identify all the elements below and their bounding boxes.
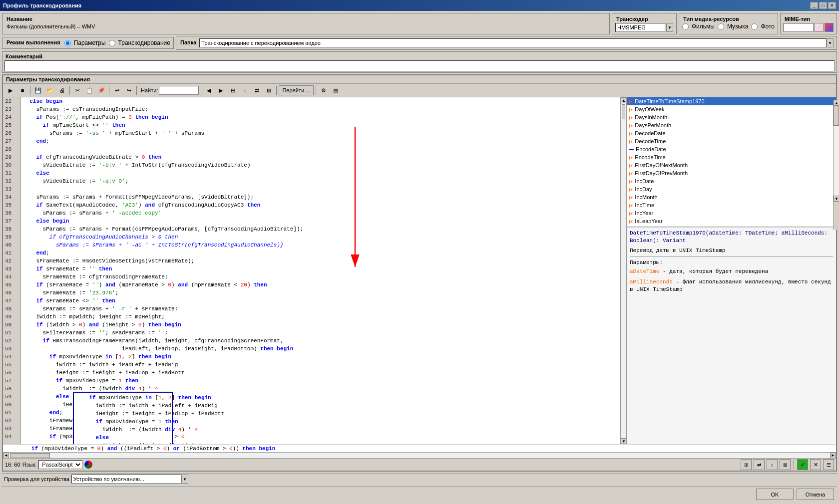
close-button[interactable]: ✕ [828, 2, 836, 9]
function-item-incmonth[interactable]: fx IncMonth [627, 193, 836, 201]
function-item-incday[interactable]: fx IncDay [627, 185, 836, 193]
function-item-firstdayprevmonth[interactable]: fx FirstDayOfPrevMonth [627, 169, 836, 177]
mime-input[interactable] [784, 23, 814, 32]
window-controls: _ □ ✕ [810, 2, 836, 9]
search-prev-button[interactable]: ◀ [203, 85, 214, 96]
search-btn2[interactable]: ⊞ [227, 85, 238, 96]
status-btn3[interactable]: ↕ [767, 459, 778, 470]
status-btn4[interactable]: ⊠ [780, 459, 791, 470]
device-row: Проверка для устройства ▼ [2, 473, 837, 485]
code-line-56: iHeight := iHeight + iPadTop + iPadBott [23, 369, 618, 377]
device-label: Проверка для устройства [4, 476, 69, 482]
desc-text: Перевод даты в UNIX TimeStamp [630, 247, 833, 254]
function-item-dayofweek[interactable]: fx DayOfWeek [627, 105, 836, 113]
fx-icon: fx [629, 123, 633, 128]
folder-dropdown-arrow[interactable]: ▼ [827, 38, 834, 47]
search-next-button[interactable]: ▶ [215, 85, 226, 96]
copy-button[interactable]: 📋 [84, 85, 95, 96]
status-btn1[interactable]: ⊞ [741, 459, 752, 470]
function-item-firstdaynextmonth[interactable]: fx FirstDayOfNextMonth [627, 161, 836, 169]
code-line-54: if mp3DVideoType in [1, 2] then begin [23, 353, 618, 361]
search-btn5[interactable]: ⊠ [263, 85, 274, 96]
search-btn4[interactable]: ⇄ [251, 85, 262, 96]
function-name: IncDate [635, 178, 654, 184]
function-item-inctime[interactable]: fx IncTime [627, 201, 836, 209]
bottom-code-line: if (mp3DVideoType = 0) and ((iPadLeft > … [3, 444, 836, 452]
goto-button[interactable]: Перейти ... [279, 85, 314, 95]
hscroll-bar[interactable]: ◄ ► [3, 452, 836, 458]
hscroll-right[interactable]: ► [830, 453, 836, 459]
function-item-isleapyear[interactable]: fx IsLeapYear [627, 217, 836, 225]
scroll-thumb[interactable] [622, 104, 625, 119]
media-music-radio[interactable] [718, 23, 724, 30]
check-cancel-btn[interactable]: ✕ [810, 459, 821, 470]
code-panel[interactable]: 22 23 24 25 26 27 28 29 30 31 32 33 34 3… [3, 97, 626, 444]
function-name: IncDay [635, 186, 652, 192]
run-button[interactable]: ▶ [5, 85, 16, 96]
mime-color-button[interactable] [815, 23, 824, 32]
function-list[interactable]: fx DateTimeToTimeStamp1970 fx DayOfWeek … [627, 97, 836, 227]
comment-label: Комментарий [4, 53, 43, 59]
function-item-decodedate[interactable]: fx DecodeDate [627, 129, 836, 137]
check-ok-btn[interactable]: ✓ [797, 459, 808, 470]
hscroll-left[interactable]: ◄ [3, 453, 9, 459]
undo-button[interactable]: ↩ [111, 85, 122, 96]
lang-select[interactable]: PascalScript [38, 460, 82, 469]
fx-icon: fx [629, 99, 633, 104]
sep6 [276, 86, 277, 95]
function-item-datetime[interactable]: fx DateTimeToTimeStamp1970 [627, 97, 836, 105]
device-input[interactable] [71, 475, 181, 484]
mime-color2-button[interactable] [825, 23, 834, 32]
minimize-button[interactable]: _ [810, 2, 818, 9]
function-item-encodetime[interactable]: fx EncodeTime [627, 153, 836, 161]
cancel-button[interactable]: Отмена [797, 489, 834, 500]
mode-transcode-radio[interactable] [109, 40, 115, 46]
mode-params-radio[interactable] [64, 40, 71, 46]
function-item-dayspermonth[interactable]: fx DaysPerMonth [627, 121, 836, 129]
func-list-scrollbar[interactable]: ▲ ▼ [833, 100, 836, 230]
function-item-decodetime[interactable]: fx DecodeTime [627, 137, 836, 145]
folder-input[interactable] [199, 38, 827, 47]
print-button[interactable]: 🖨 [56, 85, 67, 96]
device-dropdown-arrow[interactable]: ▼ [181, 475, 188, 484]
function-item-daysinmonth[interactable]: fx DaysInMonth [627, 113, 836, 121]
status-btn2[interactable]: ⇄ [754, 459, 765, 470]
hscroll-thumb[interactable] [10, 453, 50, 458]
open-button[interactable]: 📂 [44, 85, 55, 96]
scroll-down-btn[interactable]: ▼ [621, 438, 626, 444]
function-item-encodedate[interactable]: — EncodeDate [627, 145, 836, 153]
transcoder-input[interactable] [615, 23, 665, 32]
fx-icon: fx [629, 139, 633, 144]
save-button[interactable]: 💾 [32, 85, 43, 96]
code-line-42: sFrameRate := HmsGetVideoSettings(vstFra… [23, 257, 618, 265]
search-btn3[interactable]: ↕ [239, 85, 250, 96]
paste-button[interactable]: 📌 [96, 85, 107, 96]
config-button[interactable]: ⚙ [318, 85, 329, 96]
fx-icon: fx [629, 163, 633, 168]
status-btn5[interactable]: ☰ [823, 459, 834, 470]
redo-button[interactable]: ↪ [123, 85, 134, 96]
media-photo-radio[interactable] [751, 23, 758, 30]
comment-input[interactable] [4, 60, 835, 71]
func-scroll-up[interactable]: ▲ [834, 100, 836, 106]
function-item-incyear[interactable]: fx IncYear [627, 209, 836, 217]
cut-button[interactable]: ✂ [72, 85, 83, 96]
code-line-29: if cfgTranscodingVideoBitrate > 0 then [23, 153, 618, 161]
media-movie-radio[interactable] [682, 23, 689, 30]
comment-section: Комментарий [2, 51, 837, 73]
code-line-51: sFilterParams := ''; sPadParams := ''; [23, 329, 618, 337]
find-input[interactable] [159, 86, 199, 95]
code-editor[interactable]: else begin sParams := csTranscodingInput… [21, 97, 620, 444]
media-movie-label: Фильмы [692, 23, 715, 30]
code-vscroll[interactable]: ▲ ▼ [620, 97, 626, 444]
maximize-button[interactable]: □ [819, 2, 827, 9]
func-scroll-down[interactable]: ▼ [834, 196, 836, 202]
func-scroll-thumb[interactable] [834, 106, 836, 126]
ok-button[interactable]: OK [756, 489, 794, 500]
stop-button[interactable]: ■ [17, 85, 28, 96]
layout-button[interactable]: ▤ [330, 85, 341, 96]
transcoder-dropdown-arrow[interactable]: ▼ [666, 23, 673, 32]
editor-area: 22 23 24 25 26 27 28 29 30 31 32 33 34 3… [3, 97, 836, 444]
function-item-incdate[interactable]: fx IncDate [627, 177, 836, 185]
scroll-up-btn[interactable]: ▲ [621, 97, 626, 103]
